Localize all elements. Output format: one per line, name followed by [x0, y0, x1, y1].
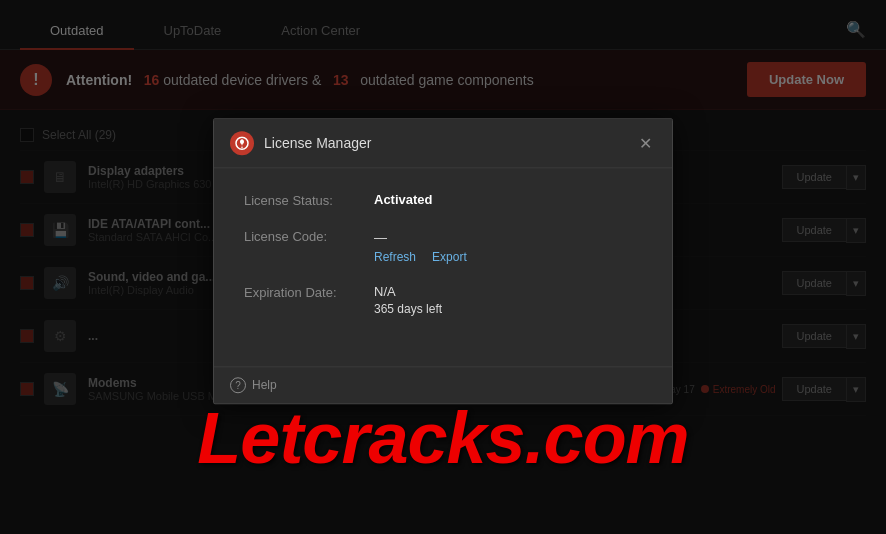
modal-body: License Status: Activated License Code: … [214, 168, 672, 366]
modal-title: License Manager [264, 135, 635, 151]
help-button[interactable]: ? Help [230, 377, 277, 393]
export-link[interactable]: Export [432, 250, 467, 264]
close-icon[interactable]: ✕ [635, 132, 656, 155]
license-code-dashes: — [374, 230, 387, 245]
svg-point-1 [241, 146, 243, 148]
help-icon: ? [230, 377, 246, 393]
expiration-label: Expiration Date: [244, 284, 374, 300]
license-code-row: License Code: — Refresh Export [244, 228, 642, 264]
license-code-label: License Code: [244, 228, 374, 244]
license-manager-modal: License Manager ✕ License Status: Activa… [213, 118, 673, 404]
expiration-row: Expiration Date: N/A 365 days left [244, 284, 642, 316]
license-links: Refresh Export [374, 250, 467, 264]
modal-footer: ? Help [214, 366, 672, 403]
days-left: 365 days left [374, 302, 442, 316]
modal-header: License Manager ✕ [214, 119, 672, 168]
license-status-label: License Status: [244, 192, 374, 208]
license-code-area: — Refresh Export [374, 228, 467, 264]
license-status-row: License Status: Activated [244, 192, 642, 208]
help-label: Help [252, 378, 277, 392]
refresh-link[interactable]: Refresh [374, 250, 416, 264]
expiration-value: N/A [374, 284, 442, 299]
license-status-value: Activated [374, 192, 433, 207]
expiration-area: N/A 365 days left [374, 284, 442, 316]
license-manager-icon [230, 131, 254, 155]
